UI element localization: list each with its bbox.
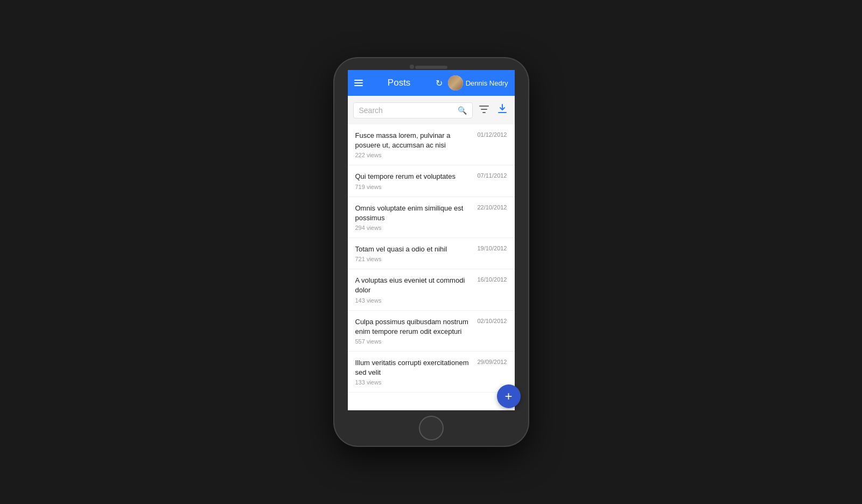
search-icon: 🔍 (458, 106, 467, 115)
list-item[interactable]: Illum veritatis corrupti exercitationem … (348, 352, 515, 393)
post-date: 29/09/2012 (477, 359, 507, 365)
svg-rect-1 (481, 109, 487, 110)
phone-home-button[interactable] (419, 416, 444, 440)
avatar (448, 75, 463, 90)
list-item[interactable]: Fusce massa lorem, pulvinar a posuere ut… (348, 124, 515, 165)
search-placeholder: Search (359, 106, 454, 115)
post-date: 19/10/2012 (477, 245, 507, 251)
svg-rect-3 (498, 112, 507, 113)
search-box[interactable]: Search 🔍 (353, 102, 473, 118)
list-item[interactable]: Qui tempore rerum et voluptates07/11/201… (348, 165, 515, 197)
post-views: 133 views (355, 379, 507, 386)
svg-rect-0 (479, 106, 489, 107)
download-button[interactable] (495, 101, 509, 119)
list-item[interactable]: A voluptas eius eveniet ut commodi dolor… (348, 269, 515, 310)
post-title: Culpa possimus quibusdam nostrum enim te… (355, 317, 474, 337)
posts-list: Fusce massa lorem, pulvinar a posuere ut… (348, 124, 515, 410)
post-date: 02/10/2012 (477, 318, 507, 324)
list-item[interactable]: Culpa possimus quibusdam nostrum enim te… (348, 311, 515, 352)
refresh-button[interactable]: ↻ (436, 78, 443, 88)
post-date: 01/12/2012 (477, 131, 507, 138)
post-date: 07/11/2012 (477, 172, 507, 179)
app-bar: Posts ↻ Dennis Nedry (348, 70, 515, 96)
filter-button[interactable] (477, 102, 491, 118)
hamburger-menu-button[interactable] (354, 80, 363, 86)
post-title: Illum veritatis corrupti exercitationem … (355, 358, 474, 377)
post-views: 294 views (355, 225, 507, 231)
post-views: 143 views (355, 297, 507, 304)
phone-camera (410, 65, 414, 69)
user-profile-button[interactable]: Dennis Nedry (448, 75, 508, 90)
post-title: A voluptas eius eveniet ut commodi dolor (355, 276, 474, 295)
search-area: Search 🔍 (348, 96, 515, 124)
list-item[interactable]: Totam vel quasi a odio et nihil19/10/201… (348, 238, 515, 269)
phone-frame: Posts ↻ Dennis Nedry Search 🔍 (334, 58, 528, 446)
post-views: 721 views (355, 256, 507, 262)
hamburger-line (354, 85, 363, 86)
avatar-image (448, 75, 463, 90)
post-title: Fusce massa lorem, pulvinar a posuere ut… (355, 131, 474, 150)
post-date: 22/10/2012 (477, 204, 507, 211)
list-item[interactable]: Omnis voluptate enim similique est possi… (348, 197, 515, 238)
hamburger-line (354, 80, 363, 81)
hamburger-line (354, 82, 363, 83)
svg-rect-2 (482, 112, 486, 113)
phone-speaker (415, 66, 447, 69)
post-title: Omnis voluptate enim similique est possi… (355, 204, 474, 223)
post-views: 222 views (355, 152, 507, 158)
phone-screen: Posts ↻ Dennis Nedry Search 🔍 (348, 70, 515, 410)
app-bar-title: Posts (368, 78, 430, 88)
post-views: 719 views (355, 184, 507, 190)
post-title: Totam vel quasi a odio et nihil (355, 244, 474, 254)
user-name-label: Dennis Nedry (466, 79, 508, 87)
post-date: 16/10/2012 (477, 276, 507, 283)
post-title: Qui tempore rerum et voluptates (355, 172, 474, 181)
post-views: 557 views (355, 338, 507, 345)
